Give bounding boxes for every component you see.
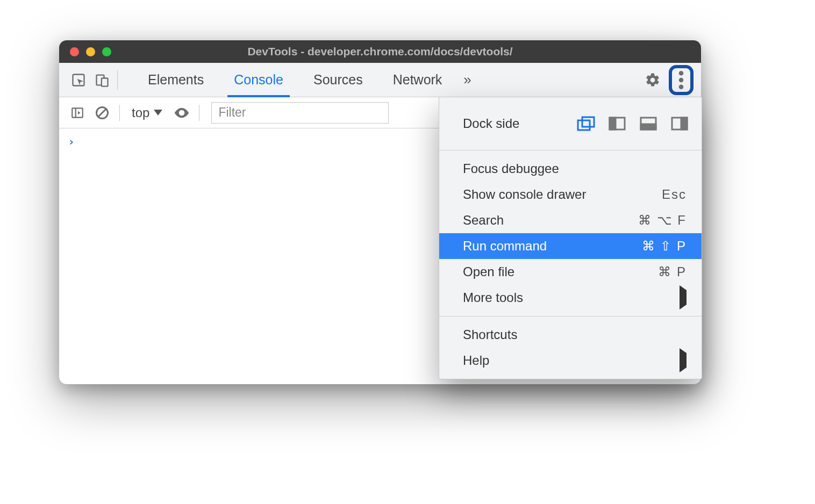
menu-item-more-tools[interactable]: More tools [439,285,702,311]
titlebar: DevTools - developer.chrome.com/docs/dev… [59,40,701,63]
dock-bottom-icon[interactable] [639,116,657,131]
dock-undock-icon[interactable] [577,116,595,131]
svg-point-10 [181,111,183,114]
menu-item-open-file[interactable]: Open file⌘ P [439,259,702,285]
more-tabs-icon[interactable]: » [463,71,471,88]
svg-rect-2 [102,78,108,86]
dock-right-icon[interactable] [670,116,689,131]
menu-item-label: Search [463,213,504,228]
menu-item-label: Focus debuggee [463,161,559,176]
divider [117,70,118,90]
main-toolbar: Elements Console Sources Network » [59,63,701,97]
menu-item-shortcut: ⌘ ⌥ F [638,213,687,228]
tab-console[interactable]: Console [219,63,298,97]
live-expression-icon[interactable] [171,102,192,124]
toggle-sidebar-icon[interactable] [67,102,88,124]
menu-item-help[interactable]: Help [439,348,702,373]
svg-rect-14 [610,118,616,129]
inspect-element-icon[interactable] [67,68,90,92]
devtools-window: DevTools - developer.chrome.com/docs/dev… [59,40,701,384]
submenu-arrow-icon [680,290,687,305]
tab-sources[interactable]: Sources [298,63,378,97]
svg-rect-18 [681,118,687,129]
menu-item-shortcut: ⌘ ⇧ P [642,239,687,254]
dock-left-icon[interactable] [608,116,626,131]
menu-item-show-console-drawer[interactable]: Show console drawerEsc [439,182,702,207]
svg-rect-6 [72,108,83,117]
caret-down-icon [154,110,162,116]
settings-icon[interactable] [641,68,664,92]
svg-rect-16 [641,124,656,129]
menu-item-label: Shortcuts [463,327,517,342]
menu-group-2: ShortcutsHelp [439,316,702,379]
menu-group-1: Focus debuggeeShow console drawerEscSear… [439,150,702,316]
menu-item-label: Show console drawer [463,187,586,202]
dock-side-row: Dock side [439,103,702,145]
svg-line-9 [98,109,106,117]
menu-item-search[interactable]: Search⌘ ⌥ F [439,207,702,233]
menu-item-shortcuts[interactable]: Shortcuts [439,322,702,348]
panel-tabs: Elements Console Sources Network » [133,63,471,97]
svg-point-4 [679,77,684,82]
menu-item-label: Open file [463,264,514,279]
menu-item-shortcut: Esc [662,187,687,202]
kebab-menu-highlight [669,65,694,95]
submenu-arrow-icon [680,353,687,368]
svg-point-5 [679,84,684,89]
filter-input[interactable] [211,102,389,124]
svg-point-3 [679,71,684,76]
tab-network[interactable]: Network [378,63,457,97]
svg-rect-11 [578,120,590,130]
menu-item-run-command[interactable]: Run command⌘ ⇧ P [439,233,702,259]
kebab-menu-icon[interactable] [673,69,689,91]
svg-rect-12 [582,117,594,127]
tab-elements[interactable]: Elements [133,63,219,97]
minimize-window-button[interactable] [86,47,95,56]
window-controls [59,47,111,56]
clear-console-icon[interactable] [91,102,113,124]
menu-item-label: Help [463,353,489,368]
kebab-menu-panel: Dock side [439,97,702,379]
menu-item-label: Run command [463,239,547,254]
divider [119,105,120,121]
context-selector[interactable]: top [126,105,168,120]
menu-item-shortcut: ⌘ P [658,264,687,279]
device-toggle-icon[interactable] [90,68,114,92]
dock-side-label: Dock side [463,116,519,131]
maximize-window-button[interactable] [102,47,111,56]
divider [199,105,199,121]
close-window-button[interactable] [70,47,79,56]
context-label: top [132,105,149,120]
console-prompt-icon: › [68,135,75,148]
menu-item-label: More tools [463,290,523,305]
menu-item-focus-debuggee[interactable]: Focus debuggee [439,156,702,182]
window-title: DevTools - developer.chrome.com/docs/dev… [59,45,701,58]
